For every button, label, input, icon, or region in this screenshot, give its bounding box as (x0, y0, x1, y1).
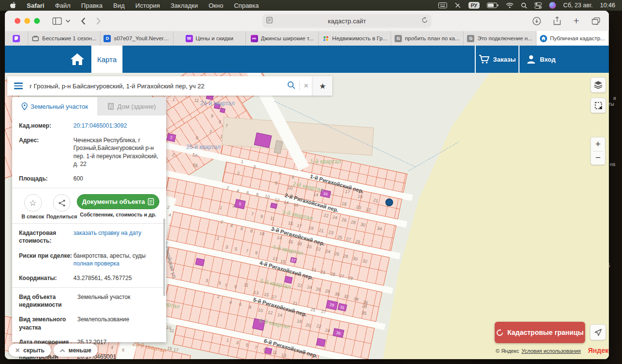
map-parcel-number: 29 (355, 239, 361, 245)
tab-land-parcel[interactable]: Земельный участок (12, 97, 97, 116)
apple-logo-icon[interactable] (10, 2, 16, 9)
terms-link[interactable]: Условия использования (521, 348, 581, 354)
pencil-slash-icon[interactable] (454, 2, 461, 9)
menu-item[interactable]: История (136, 2, 160, 9)
back-button[interactable] (81, 17, 86, 25)
minimize-window-button[interactable] (24, 18, 30, 24)
zoom-in-button[interactable]: + (591, 137, 605, 151)
tab-label: Цены и скидки (196, 35, 234, 41)
tab-building[interactable]: Дом (здание) (97, 97, 166, 116)
map-parcel-number: 17 (296, 223, 302, 229)
siri-icon[interactable] (549, 2, 556, 9)
menu-safari[interactable]: Safari (27, 2, 44, 9)
map-parcel-number: 16 (293, 202, 299, 208)
keyboard-icon[interactable] (438, 2, 447, 8)
browser-tab-публичная-кадастр-[interactable]: Публичная кадастр... (536, 31, 609, 46)
map-parcel-number: 10 (259, 231, 265, 236)
clear-search-icon[interactable]: × (304, 81, 309, 91)
info-value-link[interactable]: 20:17:0465001:3092 (73, 122, 127, 129)
new-tab-icon[interactable]: + (573, 15, 579, 27)
map-parcel-number: 35 (361, 310, 367, 316)
zoom-window-button[interactable] (34, 18, 40, 24)
tab-map[interactable]: Карта (91, 46, 122, 73)
menu-item[interactable]: Вид (113, 2, 125, 9)
reload-icon[interactable] (422, 17, 428, 25)
share-nodes-icon[interactable] (53, 194, 70, 212)
browser-tab-pinned[interactable] (5, 31, 28, 46)
browser-tab-джинсы-широкие-т-[interactable]: wbДжинсы широкие т... (246, 31, 318, 46)
map-parcel-number: 14 (277, 312, 283, 318)
search-input[interactable] (30, 83, 287, 90)
share-icon[interactable] (553, 17, 561, 25)
wallpaper-text-fragment: ты (608, 101, 614, 107)
menu-item[interactable]: Окно (208, 2, 223, 9)
twitch-favicon (13, 35, 20, 42)
cadastral-borders-button[interactable]: Кадастровые границы (495, 322, 585, 343)
info-label: Вид земельного участка (19, 315, 77, 331)
map-parcel-number: 28 (350, 219, 356, 225)
panel-scrollbar[interactable] (163, 218, 165, 296)
house-favicon (540, 35, 547, 42)
share-object-button[interactable]: Поделиться (47, 194, 77, 219)
map-canvas[interactable]: 251617293126 279810141719212468101214161… (5, 73, 609, 359)
divider (12, 188, 166, 188)
map-attribution: © Яндекс Условия использования (496, 348, 581, 354)
input-language-badge[interactable]: РУ (468, 2, 480, 9)
ruler-area-icon (594, 101, 603, 110)
orders-button[interactable]: Заказы (475, 46, 518, 73)
menu-item[interactable]: Правка (81, 2, 103, 9)
menu-hamburger-icon[interactable] (7, 83, 30, 89)
browser-tab-недвижимость-в-гр-[interactable]: Недвижимость в Гр... (319, 31, 391, 46)
battery-icon[interactable] (487, 2, 499, 8)
add-to-list-button[interactable]: ☆ В список (19, 194, 47, 219)
map-parcel-number: 19 (357, 194, 363, 199)
map-parcel-number: 22 (315, 246, 321, 252)
tab-overview-icon[interactable] (592, 17, 600, 25)
favorites-button[interactable]: ★ (313, 76, 332, 96)
browser-tab-s07e07_youll-never[interactable]: Ds07e07_Youll.Never.E... (101, 31, 173, 46)
collapse-panel-button[interactable]: меньше (53, 344, 98, 357)
location-arrow-icon (594, 329, 602, 336)
site-header: Карта Заказы Вход (5, 46, 609, 73)
measure-button[interactable] (590, 98, 606, 113)
selected-parcel-marker[interactable] (385, 199, 393, 206)
layers-button[interactable] (590, 77, 606, 93)
object-documents-button[interactable]: Документы объекта (77, 194, 159, 209)
menu-item[interactable]: Закладки (171, 2, 198, 9)
control-center-icon[interactable] (535, 2, 542, 9)
map-parcel-number: 14 (313, 192, 319, 198)
map-parcel-number: 24 (325, 328, 330, 333)
address-bar[interactable]: кадастр.сайт (262, 14, 432, 28)
map-parcel-number: 18 (296, 241, 302, 247)
browser-tab-бесстыжие-1-сезон-[interactable]: Бесстыжие 1 сезон... (28, 31, 101, 46)
yandex-logo[interactable]: Яндекс (588, 347, 609, 354)
building-icon (107, 103, 114, 110)
spotlight-search-icon[interactable] (521, 2, 527, 9)
browser-tab-цены-и-скидки[interactable]: WЦены и скидки (173, 31, 246, 46)
user-icon (526, 54, 536, 64)
browser-tab-пробить-план-по-ка[interactable]: Gпробить план по ка... (391, 31, 464, 46)
home-button[interactable] (63, 46, 91, 73)
geolocation-button[interactable] (590, 324, 606, 340)
browser-tab-это-подключение-н-[interactable]: GЭто подключение н... (464, 31, 536, 46)
zoom-out-button[interactable]: − (591, 151, 605, 165)
star-outline-icon[interactable]: ☆ (24, 194, 42, 212)
map-parcel-number: 19 (308, 225, 314, 231)
menu-item[interactable]: Справка (234, 2, 259, 9)
zoom-control: + − (590, 137, 605, 165)
forward-button[interactable] (96, 17, 101, 25)
info-value-link[interactable]: полная проверка (73, 260, 120, 267)
hide-panel-button[interactable]: ✕ скрыть (9, 344, 51, 357)
reader-page-icon[interactable] (266, 17, 273, 25)
chevron-down-icon[interactable] (66, 19, 70, 23)
menu-item[interactable]: Файл (55, 2, 70, 9)
downloads-icon[interactable] (533, 17, 541, 25)
wifi-icon[interactable] (506, 2, 514, 8)
info-value-link[interactable]: заказать справку на дату (73, 230, 141, 236)
sidebar-icon[interactable] (52, 17, 62, 25)
search-icon[interactable] (287, 81, 295, 91)
close-window-button[interactable] (15, 18, 20, 24)
map-parcel-number: 30 (360, 222, 366, 228)
map-parcel-number: 23 (320, 269, 326, 275)
login-button[interactable]: Вход (518, 46, 567, 73)
